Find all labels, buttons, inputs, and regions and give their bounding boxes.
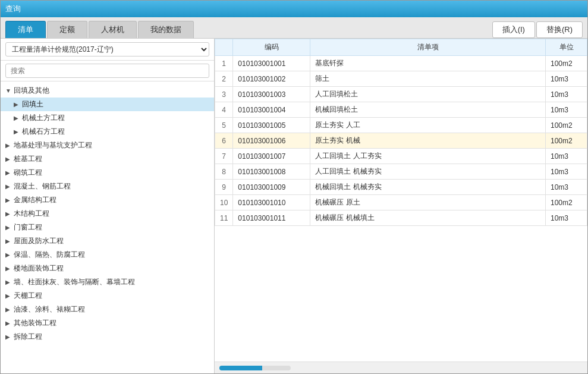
- cell-name: 人工回填土 人工夯实: [310, 149, 546, 164]
- table-row[interactable]: 1010103001001基底钎探100m2: [215, 56, 587, 71]
- tree-item-jixietu[interactable]: 机械土方工程: [1, 111, 214, 125]
- table-row[interactable]: 10010103001010机械碾压 原土100m2: [215, 195, 587, 210]
- table-row[interactable]: 5010103001005原土夯实 人工100m2: [215, 118, 587, 133]
- tree-label-chaichu: 拆除工程: [14, 332, 42, 342]
- cell-name: 人工回填松土: [310, 87, 546, 102]
- tree-label-jixieshi: 机械石方工程: [22, 127, 65, 137]
- cell-unit: 10m3: [546, 87, 587, 102]
- table-row[interactable]: 6010103001006原土夯实 机械100m2: [215, 133, 587, 149]
- cell-code: 010103001010: [233, 195, 310, 210]
- tree-item-mujiegou[interactable]: 木结构工程: [1, 207, 214, 221]
- table-row[interactable]: 9010103001009机械回填土 机械夯实10m3: [215, 180, 587, 195]
- tree-label-qiangzhu: 墙、柱面抹灰、装饰与隔断、幕墙工程: [14, 277, 135, 287]
- tree-label-hunningtu: 混凝土、钢筋工程: [14, 181, 71, 191]
- main-window: 查询 清单 定额 人材机 我的数据 插入(I) 替换(R) 工程量清单计价规范(…: [0, 0, 588, 374]
- table-row[interactable]: 3010103001003人工回填松土10m3: [215, 87, 587, 102]
- data-table: 编码 清单项 单位 1010103001001基底钎探100m220101030…: [215, 39, 587, 226]
- tree-label-tianpeng: 天棚工程: [14, 291, 42, 301]
- tree-item-wumian[interactable]: 屋面及防水工程: [1, 234, 214, 248]
- tree-item-chaichu[interactable]: 拆除工程: [1, 330, 214, 344]
- tree-item-youtupaint[interactable]: 油漆、涂料、裱糊工程: [1, 303, 214, 316]
- spec-dropdown[interactable]: 工程量清单计价规范(2017-辽宁): [5, 42, 209, 56]
- cell-unit: 10m3: [546, 102, 587, 118]
- tree-label-dijizhi: 地基处理与基坑支护工程: [14, 140, 92, 150]
- cell-name: 筛土: [310, 71, 546, 87]
- progress-bar: [219, 366, 291, 370]
- tree-item-dijizhi[interactable]: 地基处理与基坑支护工程: [1, 139, 214, 152]
- tree-label-huitiantu: 回填土: [22, 99, 43, 109]
- cell-unit: 100m2: [546, 195, 587, 210]
- tree-item-hunningtu[interactable]: 混凝土、钢筋工程: [1, 180, 214, 193]
- left-panel: 工程量清单计价规范(2017-辽宁) 回填及其他 回填土: [1, 39, 215, 373]
- tree-item-loudi[interactable]: 楼地面装饰工程: [1, 262, 214, 275]
- tab-qingdan[interactable]: 清单: [5, 21, 46, 38]
- bottom-bar: [215, 362, 587, 373]
- tree-item-jinshu[interactable]: 金属结构工程: [1, 193, 214, 207]
- tab-dinge[interactable]: 定额: [47, 21, 87, 38]
- tree-label-jinshu: 金属结构工程: [14, 195, 56, 205]
- arrow-qitazhuangshi: [5, 320, 14, 326]
- cell-unit: 10m3: [546, 180, 587, 195]
- tree-item-qitazhuangshi[interactable]: 其他装饰工程: [1, 316, 214, 330]
- arrow-jinshu: [5, 197, 14, 203]
- arrow-youtupaint: [5, 306, 14, 313]
- arrow-huitian: [5, 87, 14, 94]
- table-row[interactable]: 8010103001008人工回填土 机械夯实10m3: [215, 164, 587, 180]
- tab-rencaiji[interactable]: 人材机: [89, 21, 137, 38]
- cell-code: 010103001009: [233, 180, 310, 195]
- table-row[interactable]: 4010103001004机械回填松土10m3: [215, 102, 587, 118]
- arrow-dijizhi: [5, 142, 14, 149]
- replace-button[interactable]: 替换(R): [536, 21, 583, 38]
- table-row[interactable]: 11010103001011机械碾压 机械填土10m3: [215, 210, 587, 226]
- tree-label-jixietu: 机械土方工程: [22, 113, 65, 123]
- tree-item-qizhu[interactable]: 砌筑工程: [1, 166, 214, 180]
- cell-num: 1: [215, 56, 233, 71]
- cell-unit: 10m3: [546, 71, 587, 87]
- tree-label-mujiegou: 木结构工程: [14, 209, 49, 219]
- cell-name: 基底钎探: [310, 56, 546, 71]
- cell-name: 机械回填松土: [310, 102, 546, 118]
- tree-item-qiangzhu[interactable]: 墙、柱面抹灰、装饰与隔断、幕墙工程: [1, 275, 214, 289]
- tree-item-menchuang[interactable]: 门窗工程: [1, 221, 214, 234]
- cell-num: 11: [215, 210, 233, 226]
- tree-item-jixieshi[interactable]: 机械石方工程: [1, 125, 214, 139]
- arrow-loudi: [5, 265, 14, 272]
- table-wrapper: 编码 清单项 单位 1010103001001基底钎探100m220101030…: [215, 39, 587, 362]
- tree-label-wumian: 屋面及防水工程: [14, 236, 64, 246]
- cell-num: 8: [215, 164, 233, 180]
- cell-unit: 100m2: [546, 56, 587, 71]
- tree-item-zhuangjigong[interactable]: 桩基工程: [1, 152, 214, 166]
- col-header-unit: 单位: [546, 39, 587, 56]
- tree-label-huitian: 回填及其他: [14, 86, 49, 96]
- tree-item-tianpeng[interactable]: 天棚工程: [1, 289, 214, 303]
- tree-item-huitian[interactable]: 回填及其他: [1, 84, 214, 98]
- search-bar: [1, 61, 214, 81]
- arrow-zhuangjigong: [5, 156, 14, 162]
- col-header-name: 清单项: [310, 39, 546, 56]
- right-panel: 编码 清单项 单位 1010103001001基底钎探100m220101030…: [215, 39, 587, 373]
- cell-num: 5: [215, 118, 233, 133]
- search-input[interactable]: [5, 64, 209, 78]
- progress-fill: [219, 366, 262, 370]
- table-row[interactable]: 7010103001007人工回填土 人工夯实10m3: [215, 149, 587, 164]
- cell-code: 010103001005: [233, 118, 310, 133]
- tree-label-qitazhuangshi: 其他装饰工程: [14, 318, 56, 328]
- tree-label-qizhu: 砌筑工程: [14, 168, 42, 178]
- tree-label-zhuangjigong: 桩基工程: [14, 154, 42, 164]
- tab-wode[interactable]: 我的数据: [138, 21, 194, 38]
- tree-item-huitiantu[interactable]: 回填土: [1, 98, 214, 111]
- title-bar: 查询: [1, 1, 587, 17]
- cell-unit: 10m3: [546, 210, 587, 226]
- cell-code: 010103001006: [233, 133, 310, 149]
- cell-unit: 10m3: [546, 164, 587, 180]
- table-row[interactable]: 2010103001002筛土10m3: [215, 71, 587, 87]
- cell-code: 010103001007: [233, 149, 310, 164]
- arrow-wumian: [5, 238, 14, 244]
- cell-unit: 100m2: [546, 133, 587, 149]
- col-header-code: 编码: [233, 39, 310, 56]
- cell-name: 原土夯实 人工: [310, 118, 546, 133]
- tree-item-baowengeduan[interactable]: 保温、隔热、防腐工程: [1, 248, 214, 262]
- main-content: 工程量清单计价规范(2017-辽宁) 回填及其他 回填土: [1, 39, 587, 373]
- insert-button[interactable]: 插入(I): [492, 21, 535, 38]
- cell-code: 010103001001: [233, 56, 310, 71]
